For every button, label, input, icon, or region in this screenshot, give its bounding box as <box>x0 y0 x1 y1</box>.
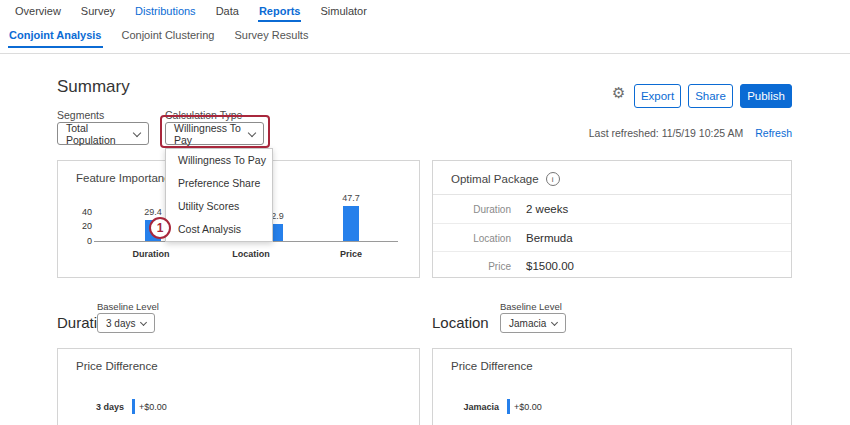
location-baseline-dropdown[interactable]: Jamacia <box>500 313 566 333</box>
optimal-package-row-location: Location Bermuda <box>433 223 791 252</box>
row-value: +$0.00 <box>514 402 542 412</box>
calculation-type-label: Calculation Type <box>165 109 242 121</box>
tab-reports[interactable]: Reports <box>258 0 302 22</box>
bar-value-label: 47.7 <box>331 193 371 203</box>
last-refreshed-text: Last refreshed: 11/5/19 10:25 AM <box>589 127 744 139</box>
row-value: Bermuda <box>526 232 573 244</box>
row-label: Location <box>433 233 511 244</box>
segments-label: Segments <box>57 109 104 121</box>
x-axis-label: Duration <box>111 249 191 259</box>
optimal-package-row-price: Price $1500.00 <box>433 251 791 280</box>
location-baseline-value: Jamacia <box>509 318 546 329</box>
tab-survey[interactable]: Survey <box>80 0 116 20</box>
location-baseline-label: Baseline Level <box>500 301 562 312</box>
price-difference-title: Price Difference <box>451 360 533 372</box>
segments-dropdown-value: Total Population <box>66 122 126 146</box>
chevron-down-icon <box>551 318 558 325</box>
duration-baseline-label: Baseline Level <box>97 301 159 312</box>
y-axis-tick-label: 0 <box>66 236 92 246</box>
price-difference-title: Price Difference <box>76 360 158 372</box>
price-difference-row: Jamacia +$0.00 <box>451 399 542 414</box>
location-section-title: Location <box>432 314 489 331</box>
tab-overview[interactable]: Overview <box>14 0 62 20</box>
menu-item-utility-scores[interactable]: Utility Scores <box>166 195 272 218</box>
x-axis-label: Price <box>311 249 391 259</box>
row-label: Price <box>433 261 511 272</box>
top-navigation: Overview Survey Distributions Data Repor… <box>0 0 850 22</box>
tab-distributions[interactable]: Distributions <box>134 0 197 20</box>
annotation-step-badge: 1 <box>149 217 171 239</box>
optimal-package-title: Optimal Package <box>451 173 539 185</box>
tab-data[interactable]: Data <box>215 0 240 20</box>
row-label: Duration <box>433 204 511 215</box>
calculation-type-dropdown-value: Willingness To Pay <box>174 122 241 146</box>
nav-divider <box>0 53 850 54</box>
subtab-conjoint-analysis[interactable]: Conjoint Analysis <box>8 23 103 48</box>
tab-simulator[interactable]: Simulator <box>319 0 367 20</box>
menu-item-preference-share[interactable]: Preference Share <box>166 172 272 195</box>
row-label: 3 days <box>76 402 124 412</box>
export-button[interactable]: Export <box>634 84 681 108</box>
calculation-type-dropdown[interactable]: Willingness To Pay <box>165 122 264 145</box>
duration-price-difference-card: Price Difference 3 days +$0.00 <box>57 348 420 425</box>
optimal-package-card: Optimal Package i Duration 2 weeks Locat… <box>432 160 792 278</box>
zero-axis-bar <box>507 399 510 414</box>
page-title: Summary <box>57 77 130 97</box>
gear-icon[interactable]: ⚙ <box>612 86 625 101</box>
location-price-difference-card: Price Difference Jamacia +$0.00 <box>432 348 792 425</box>
menu-item-willingness-to-pay[interactable]: Willingness To Pay <box>166 149 272 172</box>
price-difference-row: 3 days +$0.00 <box>76 399 167 414</box>
subtab-survey-results[interactable]: Survey Results <box>233 23 309 46</box>
duration-baseline-value: 3 days <box>106 318 135 329</box>
bar-price <box>343 206 359 241</box>
info-icon[interactable]: i <box>546 172 560 186</box>
refresh-row: Last refreshed: 11/5/19 10:25 AM Refresh <box>432 127 792 139</box>
page: { "nav": { "items": [ {"label": "Overvie… <box>0 0 850 425</box>
share-button[interactable]: Share <box>688 84 733 108</box>
subtab-conjoint-clustering[interactable]: Conjoint Clustering <box>121 23 216 46</box>
chevron-down-icon <box>140 318 147 325</box>
y-axis-tick-label: 40 <box>66 207 92 217</box>
zero-axis-bar <box>132 399 135 414</box>
segments-dropdown[interactable]: Total Population <box>57 122 149 145</box>
y-axis-tick-label: 20 <box>66 221 92 231</box>
duration-baseline-dropdown[interactable]: 3 days <box>97 313 155 333</box>
row-label: Jamacia <box>451 402 499 412</box>
chevron-down-icon <box>248 128 256 136</box>
publish-button[interactable]: Publish <box>740 84 792 108</box>
row-value: $1500.00 <box>526 260 574 272</box>
chevron-down-icon <box>133 128 141 136</box>
row-value: 2 weeks <box>526 203 568 215</box>
refresh-link[interactable]: Refresh <box>755 127 792 139</box>
sub-navigation: Conjoint Analysis Conjoint Clustering Su… <box>0 23 309 50</box>
menu-item-cost-analysis[interactable]: Cost Analysis <box>166 218 272 241</box>
x-axis-label: Location <box>211 249 291 259</box>
calculation-type-menu: Willingness To Pay Preference Share Util… <box>165 148 273 242</box>
row-value: +$0.00 <box>139 402 167 412</box>
optimal-package-row-duration: Duration 2 weeks <box>433 195 791 223</box>
